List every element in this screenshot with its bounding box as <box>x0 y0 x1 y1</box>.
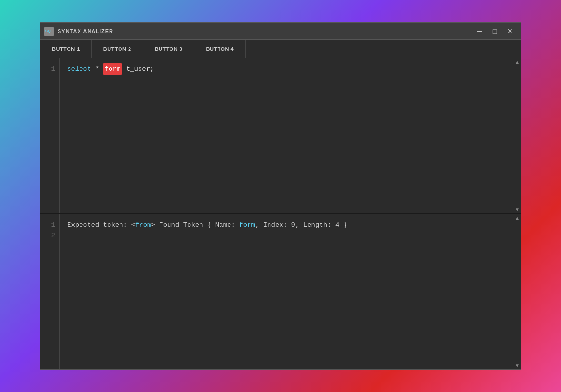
output-line-number-2: 2 <box>51 230 55 241</box>
output-name-form: form <box>239 220 255 230</box>
output-scrollbar-down-arrow[interactable]: ▼ <box>514 363 520 368</box>
toolbar-button-2[interactable]: BUTTON 2 <box>92 40 143 58</box>
window-controls: ─ □ ✕ <box>473 27 517 36</box>
output-line-number-1: 1 <box>51 220 55 230</box>
toolbar-button-1[interactable]: BUTTON 1 <box>40 40 92 58</box>
editor-area: 1 select * form t_user; ▲ ▼ 1 2 <box>40 58 521 369</box>
output-text-found: > Found Token { Name: <box>151 220 239 230</box>
output-line-2 <box>67 230 506 241</box>
code-panel: 1 select * form t_user; ▲ ▼ <box>40 58 521 214</box>
error-token-form: form <box>103 63 122 75</box>
scrollbar-up-arrow[interactable]: ▲ <box>514 59 520 65</box>
output-text-rest: , Index: 9, Length: 4 } <box>255 220 347 230</box>
output-scrollbar-y[interactable]: ▲ ▼ <box>514 214 521 369</box>
toolbar-button-4[interactable]: BUTTON 4 <box>194 40 246 58</box>
code-line-numbers: 1 <box>40 58 60 213</box>
app-icon: SQL <box>44 27 54 36</box>
code-space-star: * <box>91 64 103 74</box>
output-panel: 1 2 Expected token: <from> Found Token {… <box>40 214 521 369</box>
output-line2-empty <box>67 230 71 241</box>
title-bar: SQL SYNTAX ANALIZER ─ □ ✕ <box>40 23 521 40</box>
output-line-numbers: 1 2 <box>40 214 60 369</box>
output-token-from: from <box>135 220 151 230</box>
output-scrollbar-up-arrow[interactable]: ▲ <box>514 215 520 221</box>
output-content[interactable]: Expected token: <from> Found Token { Nam… <box>60 214 514 369</box>
code-line-1: select * form t_user; <box>67 64 506 74</box>
keyword-select: select <box>67 64 91 74</box>
line-number-1: 1 <box>51 64 55 74</box>
close-button[interactable]: ✕ <box>503 27 517 36</box>
maximize-button[interactable]: □ <box>488 27 501 36</box>
main-window: SQL SYNTAX ANALIZER ─ □ ✕ BUTTON 1 BUTTO… <box>40 22 521 370</box>
output-line-1: Expected token: <from> Found Token { Nam… <box>67 220 506 230</box>
toolbar: BUTTON 1 BUTTON 2 BUTTON 3 BUTTON 4 <box>40 40 521 58</box>
toolbar-button-3[interactable]: BUTTON 3 <box>143 40 195 58</box>
code-content[interactable]: select * form t_user; <box>60 58 514 213</box>
code-table-name: t_user; <box>122 64 154 74</box>
window-title: SYNTAX ANALIZER <box>58 29 113 34</box>
minimize-button[interactable]: ─ <box>473 27 486 36</box>
title-bar-left: SQL SYNTAX ANALIZER <box>44 27 113 36</box>
scrollbar-down-arrow[interactable]: ▼ <box>514 206 520 212</box>
code-scrollbar-y[interactable]: ▲ ▼ <box>514 58 521 213</box>
output-text-expected: Expected token: < <box>67 220 135 230</box>
